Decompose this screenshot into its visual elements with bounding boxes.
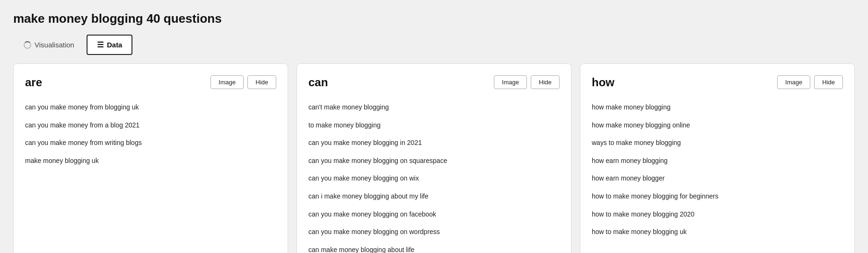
list-item: ways to make money blogging (592, 134, 843, 152)
tab-visualisation-label: Visualisation (35, 41, 74, 49)
card-can-list: can't make money blogging to make money … (308, 99, 560, 253)
card-can-header: can Image Hide (308, 75, 560, 89)
list-item: can you make money blogging in 2021 (308, 134, 560, 152)
list-item: make money blogging uk (25, 152, 276, 170)
tab-data[interactable]: ☰ Data (87, 35, 133, 55)
card-are-actions: Image Hide (210, 75, 276, 89)
card-are-image-button[interactable]: Image (210, 75, 244, 89)
list-item: how to make money blogging uk (592, 223, 843, 241)
list-item: how make money blogging online (592, 117, 843, 135)
card-can: can Image Hide can't make money blogging… (297, 63, 571, 253)
list-item: can you make money blogging on facebook (308, 206, 560, 224)
card-how-title: how (592, 76, 614, 89)
list-item: how to make money blogging for beginners (592, 188, 843, 206)
card-can-actions: Image Hide (494, 75, 560, 89)
card-are: are Image Hide can you make money from b… (13, 63, 288, 253)
list-item: can you make money from blogging uk (25, 99, 276, 117)
card-how-list: how make money blogging how make money b… (592, 99, 843, 241)
card-can-image-button[interactable]: Image (494, 75, 527, 89)
page-title: make money blogging 40 questions (13, 11, 855, 26)
list-item: how to make money blogging 2020 (592, 206, 843, 224)
list-item: how earn money blogger (592, 170, 843, 188)
tab-visualisation[interactable]: Visualisation (13, 35, 85, 54)
list-item: can't make money blogging (308, 99, 560, 117)
list-item: can you make money blogging on wix (308, 170, 560, 188)
card-are-title: are (25, 76, 42, 89)
list-item: can make money blogging about life (308, 241, 560, 253)
list-item: how earn money blogging (592, 152, 843, 170)
list-item: how make money blogging (592, 99, 843, 117)
content-area: are Image Hide can you make money from b… (13, 55, 855, 253)
list-item: can you make money from writing blogs (25, 134, 276, 152)
card-are-header: are Image Hide (25, 75, 276, 89)
list-item: to make money blogging (308, 117, 560, 135)
card-are-list: can you make money from blogging uk can … (25, 99, 276, 170)
card-are-hide-button[interactable]: Hide (247, 75, 276, 89)
list-item: can i make money blogging about my life (308, 188, 560, 206)
card-can-title: can (308, 76, 328, 89)
card-how-actions: Image Hide (777, 75, 843, 89)
list-item: can you make money blogging on wordpress (308, 223, 560, 241)
card-can-hide-button[interactable]: Hide (531, 75, 560, 89)
list-item: can you make money blogging on squarespa… (308, 152, 560, 170)
card-how-hide-button[interactable]: Hide (814, 75, 843, 89)
card-how-image-button[interactable]: Image (777, 75, 810, 89)
list-item: can you make money from a blog 2021 (25, 117, 276, 135)
list-icon: ☰ (97, 40, 104, 49)
spinner-icon (24, 41, 31, 49)
card-how-header: how Image Hide (592, 75, 843, 89)
tab-data-label: Data (107, 41, 123, 49)
tabs-bar: Visualisation ☰ Data (13, 35, 855, 55)
card-how: how Image Hide how make money blogging h… (580, 63, 855, 253)
